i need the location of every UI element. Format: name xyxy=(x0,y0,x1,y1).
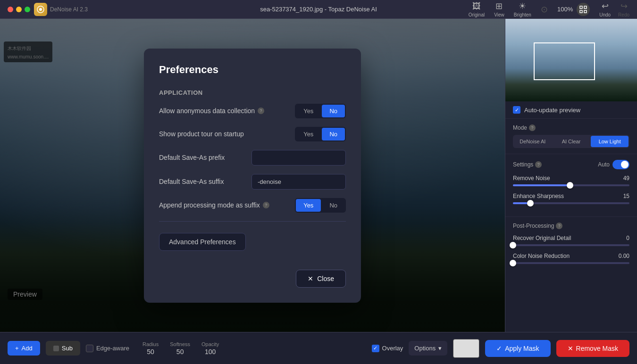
modal-title: Preferences xyxy=(159,64,346,76)
anon-yes-btn[interactable]: Yes xyxy=(296,105,321,117)
append-mode-label: Append processing mode as suffix ? xyxy=(159,201,269,209)
maximize-window-btn[interactable] xyxy=(25,7,30,12)
add-btn[interactable]: + Add xyxy=(8,341,40,356)
color-noise-label: Color Noise Reduction xyxy=(513,253,570,259)
view-btn[interactable]: ⊞ View xyxy=(494,1,504,17)
settings-auto: Auto xyxy=(598,160,629,169)
edge-aware-checkbox[interactable] xyxy=(86,345,93,352)
remove-noise-fill xyxy=(513,184,570,186)
append-mode-help-icon[interactable]: ? xyxy=(263,202,269,208)
mode-help-icon[interactable]: ? xyxy=(529,124,536,131)
settings-label: Settings ? xyxy=(513,161,542,168)
settings-help-icon[interactable]: ? xyxy=(535,161,542,168)
remove-noise-track[interactable] xyxy=(513,184,629,186)
preferences-modal: Preferences Application Allow anonymous … xyxy=(144,49,361,303)
app-logo: DeNoise AI 2.3 xyxy=(34,3,88,16)
remove-noise-thumb[interactable] xyxy=(567,182,573,189)
recover-detail-value: 0 xyxy=(626,235,629,241)
overlay-checkbox[interactable]: ✓ xyxy=(372,345,379,352)
redo-btn[interactable]: ↪ Redo xyxy=(618,1,629,17)
svg-rect-4 xyxy=(580,10,582,13)
modal-divider xyxy=(159,221,346,222)
apply-mask-btn[interactable]: ✓ Apply Mask xyxy=(485,340,550,357)
save-suffix-input[interactable] xyxy=(251,174,346,190)
undo-btn[interactable]: ↩ Undo xyxy=(599,1,611,17)
minimize-window-btn[interactable] xyxy=(16,7,22,12)
canvas-area[interactable]: 木木软件园www.mumu.soon.... Preview Preferenc… xyxy=(0,19,505,332)
close-window-btn[interactable] xyxy=(8,7,13,12)
thumbnail-viewport[interactable] xyxy=(534,42,595,80)
svg-rect-2 xyxy=(580,6,582,8)
post-help-icon[interactable]: ? xyxy=(556,223,562,229)
color-noise-thumb[interactable] xyxy=(510,260,516,266)
color-swatch[interactable] xyxy=(453,339,479,358)
softness-param: Softness 50 xyxy=(170,341,190,356)
sub-btn[interactable]: Sub xyxy=(46,341,80,356)
append-mode-toggle: Yes No xyxy=(295,198,346,213)
radius-param: Radius 50 xyxy=(142,341,159,356)
brighten-icon: ☀ xyxy=(519,1,526,11)
preferences-modal-overlay: Preferences Application Allow anonymous … xyxy=(0,19,505,332)
tour-yes-btn[interactable]: Yes xyxy=(296,128,321,141)
softness-label: Softness xyxy=(170,341,190,347)
zoom-level: 100% xyxy=(557,6,573,13)
x-icon: ✕ xyxy=(568,345,573,352)
add-icon: + xyxy=(15,345,19,352)
svg-rect-3 xyxy=(584,6,587,8)
modal-footer: ✕ Close xyxy=(159,270,346,288)
product-tour-toggle: Yes No xyxy=(295,127,346,141)
auto-update-checkbox[interactable]: ✓ xyxy=(513,106,520,114)
mode-buttons: DeNoise AI AI Clear Low Light xyxy=(513,135,629,148)
title-bar-right: 🖼 Original ⊞ View ☀ Brighten ⊙ 100% ↩ Un… xyxy=(469,1,629,17)
app-name: DeNoise AI 2.3 xyxy=(50,6,88,13)
edge-aware-row: Edge-aware xyxy=(86,345,129,352)
anon-data-toggle: Yes No xyxy=(295,104,346,118)
modal-app-section: Application xyxy=(159,89,346,96)
enhance-sharpness-thumb[interactable] xyxy=(527,200,534,207)
title-bar-left: DeNoise AI 2.3 xyxy=(8,3,88,16)
advanced-prefs-btn[interactable]: Advanced Preferences xyxy=(159,233,246,251)
recover-detail-thumb[interactable] xyxy=(510,242,516,248)
toggle-knob xyxy=(621,161,629,168)
mode-clear-btn[interactable]: AI Clear xyxy=(553,136,590,147)
color-noise-value: 0.00 xyxy=(619,253,629,259)
recover-detail-header: Recover Original Detail 0 xyxy=(513,235,629,241)
svg-rect-5 xyxy=(584,10,587,13)
remove-noise-value: 49 xyxy=(623,175,629,182)
zoom-fit-btn[interactable] xyxy=(577,3,590,16)
append-no-btn[interactable]: No xyxy=(322,199,345,212)
anon-data-help-icon[interactable]: ? xyxy=(258,108,264,114)
auto-update-row[interactable]: ✓ Auto-update preview xyxy=(505,101,637,119)
right-panel: ✓ Auto-update preview Mode ? DeNoise AI … xyxy=(505,19,637,332)
brighten-btn[interactable]: ☀ Brighten xyxy=(514,1,531,17)
anon-no-btn[interactable]: No xyxy=(322,105,345,117)
color-noise-track[interactable] xyxy=(513,262,629,264)
close-modal-btn[interactable]: ✕ Close xyxy=(296,270,346,288)
enhance-sharpness-value: 15 xyxy=(623,193,629,199)
edge-aware-label: Edge-aware xyxy=(96,345,129,352)
post-section: Post-Processing ? Recover Original Detai… xyxy=(505,217,637,276)
remove-noise-label: Remove Noise xyxy=(513,175,550,182)
remove-noise-row: Remove Noise 49 xyxy=(513,175,629,186)
product-tour-label: Show product tour on startup xyxy=(159,130,244,138)
original-icon: 🖼 xyxy=(472,1,481,11)
title-bar: DeNoise AI 2.3 sea-5237374_1920.jpg - To… xyxy=(0,0,637,19)
anon-data-label: Allow anonymous data collection ? xyxy=(159,107,264,115)
append-yes-btn[interactable]: Yes xyxy=(296,199,321,212)
enhance-sharpness-track[interactable] xyxy=(513,202,629,204)
options-btn[interactable]: Options ▾ xyxy=(409,341,447,356)
color-noise-row: Color Noise Reduction 0.00 xyxy=(513,253,629,264)
original-btn[interactable]: 🖼 Original xyxy=(469,1,485,17)
mode-section: Mode ? DeNoise AI AI Clear Low Light xyxy=(505,119,637,154)
radius-label: Radius xyxy=(142,341,159,347)
save-prefix-input[interactable] xyxy=(251,150,346,165)
remove-mask-btn[interactable]: ✕ Remove Mask xyxy=(556,340,629,357)
settings-auto-toggle[interactable] xyxy=(612,160,629,169)
traffic-lights xyxy=(8,7,30,12)
mode-denoise-btn[interactable]: DeNoise AI xyxy=(514,136,552,147)
zoom-control: 100% xyxy=(557,3,590,16)
recover-detail-track[interactable] xyxy=(513,244,629,246)
mode-lowlight-btn[interactable]: Low Light xyxy=(591,136,629,147)
tour-no-btn[interactable]: No xyxy=(322,128,345,141)
recover-detail-label: Recover Original Detail xyxy=(513,235,571,241)
